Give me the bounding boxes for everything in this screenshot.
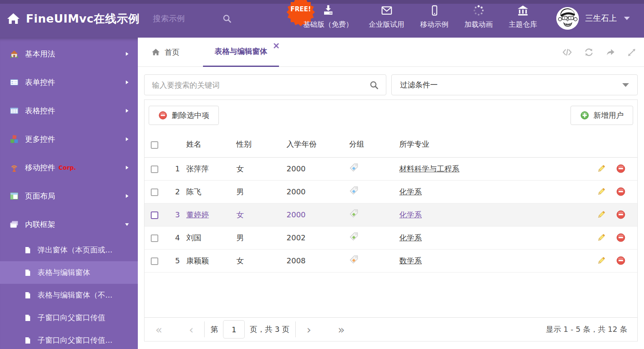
nav-basic-edition[interactable]: 基础版（免费） — [303, 4, 353, 29]
source-code-icon[interactable] — [562, 47, 573, 57]
search-icon[interactable] — [369, 80, 379, 90]
sidebar-item-basic-usage[interactable]: 基本用法 — [0, 40, 138, 68]
delete-selected-button[interactable]: 删除选中项 — [149, 106, 219, 125]
windows-icon — [10, 220, 18, 229]
gender-cell: 女 — [236, 249, 287, 272]
bank-icon — [516, 4, 530, 17]
table-row[interactable]: 2 陈飞 男 2000 化学系 — [145, 180, 637, 203]
app-header: FineUIMvc在线示例 FREE! 基础版（免费） — [0, 0, 644, 38]
next-page-button[interactable]: › — [302, 324, 316, 335]
row-index: 3 — [169, 203, 186, 226]
year-cell: 2008 — [287, 249, 349, 272]
avatar[interactable] — [556, 7, 579, 30]
edit-icon[interactable] — [596, 164, 606, 173]
name-cell: 董婷婷 — [186, 210, 209, 219]
select-all-checkbox[interactable] — [151, 141, 158, 149]
nav-mobile-demo[interactable]: 移动示例 — [420, 4, 449, 29]
major-link[interactable]: 化学系 — [399, 187, 422, 196]
header-search-input[interactable] — [153, 14, 216, 23]
edit-icon[interactable] — [596, 210, 606, 219]
row-checkbox[interactable] — [151, 166, 158, 173]
header-nav: 基础版（免费） 企业版试用 移动示例 — [303, 4, 537, 29]
delete-icon[interactable] — [616, 187, 626, 196]
refresh-icon[interactable] — [584, 47, 594, 57]
user-menu[interactable]: 三生石上 — [556, 7, 630, 30]
plus-circle-icon — [580, 111, 589, 120]
sidebar-item-page-layout[interactable]: 页面布局 — [0, 182, 138, 210]
share-icon[interactable] — [605, 47, 616, 57]
first-page-button[interactable]: « — [150, 324, 167, 335]
table-row[interactable]: 1 张萍萍 女 2000 材料科学与工程系 — [145, 157, 637, 180]
add-user-button[interactable]: 新增用户 — [570, 106, 633, 125]
chevron-right-icon — [124, 164, 130, 171]
row-index: 1 — [169, 157, 186, 180]
file-icon — [24, 337, 31, 344]
nav-enterprise-trial[interactable]: 企业版试用 — [369, 4, 404, 29]
table-icon — [10, 107, 18, 115]
tab-home[interactable]: 首页 — [151, 47, 180, 57]
page-number-input[interactable] — [223, 320, 245, 339]
row-checkbox[interactable] — [151, 234, 158, 242]
sidebar-subitem-child-to-parent-2[interactable]: 子窗口向父窗口传值... — [0, 329, 138, 349]
table-row[interactable]: 5 康颖颖 女 2008 数学系 — [145, 249, 637, 272]
nav-theme-repo[interactable]: 主题仓库 — [509, 4, 537, 29]
file-icon — [24, 314, 31, 321]
major-link[interactable]: 数学系 — [399, 256, 422, 265]
divider — [204, 321, 205, 337]
sidebar-subitem-grid-edit-window[interactable]: 表格与编辑窗体 — [0, 261, 138, 284]
row-checkbox[interactable] — [151, 257, 158, 265]
tag-icon — [349, 232, 359, 242]
spinner-icon — [472, 4, 485, 17]
sidebar-item-inline-frame[interactable]: 内联框架 — [0, 210, 138, 239]
row-index: 5 — [169, 249, 186, 272]
prev-page-button[interactable]: ‹ — [184, 324, 199, 335]
edit-icon[interactable] — [596, 187, 606, 196]
table-row[interactable]: 3 董婷婷 女 2000 化学系 — [145, 203, 637, 226]
table-row[interactable]: 4 刘国 男 2002 化学系 — [145, 226, 637, 249]
name-column-header: 姓名 — [186, 132, 236, 157]
sidebar-subitem-popup-window[interactable]: 弹出窗体（本页面或... — [0, 239, 138, 261]
filter-dropdown[interactable]: 过滤条件一 — [391, 74, 638, 95]
tag-icon — [349, 209, 359, 219]
major-link[interactable]: 材料科学与工程系 — [399, 164, 459, 173]
keyword-search-input[interactable] — [145, 75, 386, 95]
sidebar-subitem-grid-edit-window-2[interactable]: 表格与编辑窗体（不... — [0, 284, 138, 306]
nav-loading-animations[interactable]: 加载动画 — [464, 4, 493, 29]
last-page-button[interactable]: » — [333, 324, 350, 335]
search-icon[interactable] — [222, 14, 232, 24]
delete-icon[interactable] — [616, 256, 626, 265]
sidebar-item-form-controls[interactable]: 表单控件 — [0, 68, 138, 97]
sidebar-subitem-child-to-parent[interactable]: 子窗口向父窗口传值 — [0, 306, 138, 329]
delete-icon[interactable] — [616, 233, 626, 242]
grid-panel: 删除选中项 新增用户 姓名 性别 入学年份 分组 所学专业 — [144, 99, 638, 341]
major-link[interactable]: 化学系 — [399, 210, 422, 219]
chevron-right-icon — [124, 107, 130, 114]
tab-grid-edit-window[interactable]: 表格与编辑窗体 — [203, 38, 279, 67]
layout-icon — [10, 192, 18, 200]
chevron-down-icon — [622, 83, 629, 87]
expand-icon[interactable] — [627, 48, 636, 57]
grid-toolbar: 删除选中项 新增用户 — [145, 100, 637, 132]
tag-icon — [349, 163, 359, 173]
form-icon — [10, 78, 18, 87]
home-icon — [7, 12, 20, 25]
actions-column-header — [575, 132, 637, 157]
chevron-right-icon — [124, 136, 130, 143]
row-checkbox[interactable] — [151, 189, 158, 196]
name-cell: 康颖颖 — [186, 256, 209, 265]
chevron-down-icon — [624, 17, 630, 20]
chevron-right-icon — [124, 79, 130, 86]
major-link[interactable]: 化学系 — [399, 233, 422, 242]
delete-icon[interactable] — [616, 164, 626, 173]
sidebar-item-more-controls[interactable]: 更多控件 — [0, 125, 138, 153]
index-column-header — [169, 132, 186, 157]
brand[interactable]: FineUIMvc在线示例 — [7, 11, 139, 26]
chevron-right-icon — [124, 51, 130, 57]
delete-icon[interactable] — [616, 210, 626, 219]
row-checkbox[interactable] — [151, 211, 158, 219]
sidebar-item-grid-controls[interactable]: 表格控件 — [0, 97, 138, 125]
edit-icon[interactable] — [596, 233, 606, 242]
edit-icon[interactable] — [596, 256, 606, 265]
close-icon[interactable] — [274, 43, 279, 48]
sidebar-item-mobile-controls[interactable]: 移动控件 Corp. — [0, 153, 138, 182]
